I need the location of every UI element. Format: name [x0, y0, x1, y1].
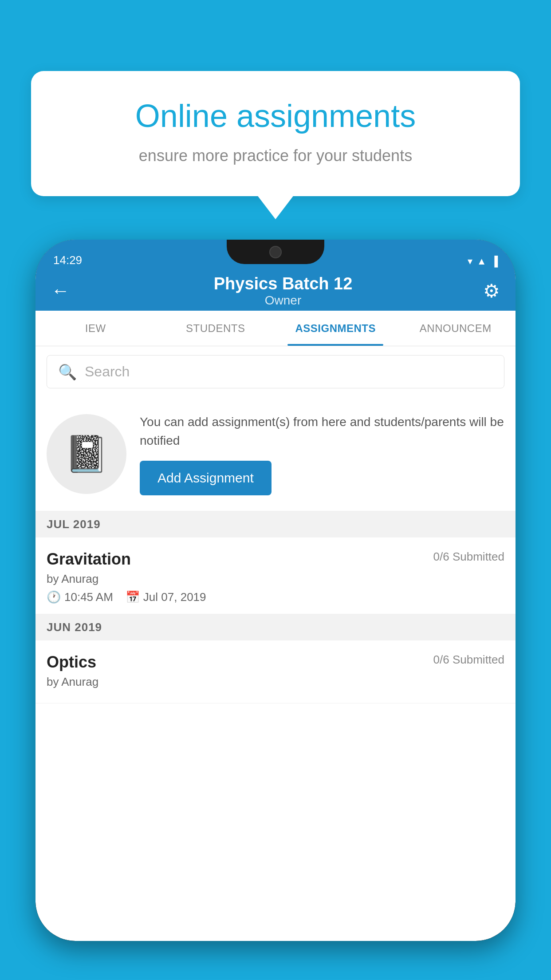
phone-frame: 14:29 ▾ ▲ ▐ ← Physics Batch 12 Owner ⚙	[35, 240, 516, 941]
app-content: 14:29 ▾ ▲ ▐ ← Physics Batch 12 Owner ⚙	[35, 240, 516, 941]
topbar-title-area: Physics Batch 12 Owner	[83, 274, 483, 308]
assignment-submitted: 0/6 Submitted	[433, 550, 504, 564]
speech-bubble: Online assignments ensure more practice …	[31, 71, 520, 196]
assignment-name-optics: Optics	[47, 653, 96, 672]
notch	[227, 240, 324, 264]
phone-wrapper: 14:29 ▾ ▲ ▐ ← Physics Batch 12 Owner ⚙	[35, 240, 516, 980]
section-header-jun: JUN 2019	[35, 614, 516, 640]
signal-icon: ▲	[477, 256, 487, 267]
camera	[269, 246, 282, 258]
section-header-jul: JUL 2019	[35, 511, 516, 537]
search-placeholder: Search	[85, 364, 130, 380]
calendar-icon: 📅	[126, 590, 140, 604]
tab-bar: IEW STUDENTS ASSIGNMENTS ANNOUNCEM	[35, 311, 516, 346]
status-time: 14:29	[53, 253, 82, 267]
settings-icon[interactable]: ⚙	[483, 280, 500, 302]
search-icon: 🔍	[58, 363, 77, 381]
tab-announcements[interactable]: ANNOUNCEM	[396, 311, 516, 346]
clock-icon: 🕐	[47, 590, 61, 604]
bubble-title: Online assignments	[62, 98, 489, 134]
cta-section: 📓 You can add assignment(s) from here an…	[35, 397, 516, 511]
wifi-icon: ▾	[468, 256, 472, 267]
topbar-title: Physics Batch 12	[83, 274, 483, 293]
tab-iew[interactable]: IEW	[35, 311, 156, 346]
notebook-icon: 📓	[64, 433, 109, 475]
search-container: 🔍 Search	[35, 346, 516, 397]
assignment-top-row-optics: Optics 0/6 Submitted	[47, 653, 504, 672]
assignment-item-gravitation[interactable]: Gravitation 0/6 Submitted by Anurag 🕐 10…	[35, 537, 516, 614]
bubble-subtitle: ensure more practice for your students	[62, 146, 489, 165]
tab-students[interactable]: STUDENTS	[156, 311, 276, 346]
assignment-item-optics[interactable]: Optics 0/6 Submitted by Anurag	[35, 640, 516, 703]
back-button[interactable]: ←	[51, 280, 70, 301]
meta-date: 📅 Jul 07, 2019	[126, 590, 206, 604]
assignment-meta: 🕐 10:45 AM 📅 Jul 07, 2019	[47, 590, 504, 604]
meta-time: 🕐 10:45 AM	[47, 590, 113, 604]
cta-right: You can add assignment(s) from here and …	[140, 413, 504, 495]
assignment-date: Jul 07, 2019	[143, 590, 206, 604]
cta-icon-circle: 📓	[47, 414, 126, 494]
assignment-submitted-optics: 0/6 Submitted	[433, 653, 504, 667]
cta-description: You can add assignment(s) from here and …	[140, 413, 504, 450]
assignment-name: Gravitation	[47, 550, 131, 569]
assignment-time: 10:45 AM	[64, 590, 113, 604]
status-icons: ▾ ▲ ▐	[468, 256, 498, 267]
search-bar[interactable]: 🔍 Search	[47, 355, 504, 388]
tab-assignments[interactable]: ASSIGNMENTS	[276, 311, 396, 346]
assignment-top-row: Gravitation 0/6 Submitted	[47, 550, 504, 569]
battery-icon: ▐	[491, 256, 498, 267]
add-assignment-button[interactable]: Add Assignment	[140, 461, 272, 495]
assignment-author-optics: by Anurag	[47, 675, 504, 689]
topbar-subtitle: Owner	[83, 293, 483, 308]
assignment-author: by Anurag	[47, 572, 504, 586]
